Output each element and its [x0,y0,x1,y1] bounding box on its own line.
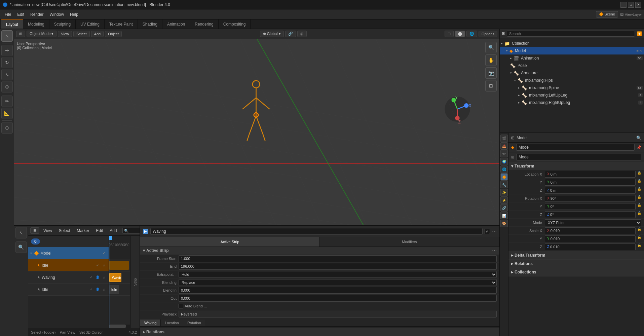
nla-marker-menu[interactable]: Marker [74,228,92,234]
frame-start-input[interactable] [179,255,497,262]
tool-annotate[interactable]: ✏ [1,96,13,107]
outliner-model[interactable]: ▾ ◆ Model 👁 ↖ [500,47,644,54]
outliner-spine[interactable]: ▸ 🦴 mixamorig:Spine 53 [500,84,644,91]
tab-active-strip[interactable]: Active Strip [140,237,320,247]
props-tab-render[interactable]: 🎬 [500,135,508,142]
tab-uv-editing[interactable]: UV Editing [76,20,105,29]
outliner-animation[interactable]: ▸ 🎬 Animation 53 [500,54,644,62]
viewport-zoom-btn[interactable]: 🔍 [485,42,497,53]
props-tab-world[interactable]: 🌐 [500,165,508,173]
props-tab-material[interactable]: 🎨 [500,220,508,227]
tab-shading[interactable]: Shading [138,20,162,29]
nla-editor-type[interactable]: ⊞ [30,227,39,234]
tab-sculpting[interactable]: Sculpting [49,20,76,29]
idle-star[interactable]: ☆ [101,263,107,268]
menu-edit[interactable]: Edit [14,11,27,17]
options-button[interactable]: Options [479,31,497,37]
idle2-star[interactable]: ☆ [101,287,107,292]
viewport-shading-wire[interactable]: ◻ [445,31,454,37]
outliner-hips[interactable]: ▾ 🦴 mixamorig:Hips [500,77,644,84]
proportional-edit[interactable]: ◎ [297,31,307,37]
outliner-search[interactable] [507,31,635,37]
auto-blend-checkbox-label[interactable]: Auto Blend ... [179,304,207,308]
nla-select-tool[interactable]: ↖ [15,227,27,238]
object-menu[interactable]: Object [105,31,122,37]
strip-check[interactable]: ✓ [485,229,490,234]
nla-add-menu[interactable]: Add [107,228,119,234]
nla-track-model[interactable]: ▾ 🔶 Model ✓ [28,247,109,259]
loc-z[interactable]: Z0 m [545,187,636,194]
tab-modifiers[interactable]: Modifiers [320,237,499,247]
loc-x[interactable]: X0 m [545,171,636,178]
snap-btn[interactable]: 🔗 [285,31,296,37]
outliner-leftupleg[interactable]: ▸ 🦴 mixamorig:LeftUpLeg 4 [500,91,644,99]
strip-sidebar-label[interactable]: Strip [133,278,137,286]
extrapolate-select[interactable]: Hold Nothing Hold Forward [179,271,497,278]
scrollbar-thumb[interactable] [109,325,126,328]
view-layer-selector[interactable]: 🖼 ViewLayer [620,12,642,16]
subtab-rotation[interactable]: Rotation [183,320,205,326]
scene-selector[interactable]: 🔶 Scene [596,11,618,17]
object-name-input[interactable] [516,144,635,151]
rotation-mode-select[interactable]: XYZ Euler XZY Euler Quaternion [545,219,641,226]
tab-texture-paint[interactable]: Texture Paint [105,20,138,29]
tool-rotate[interactable]: ↻ [1,57,13,68]
object-mode-selector[interactable]: Object Mode ▾ [27,31,56,37]
tool-select[interactable]: ↖ [1,30,13,42]
loc-z-lock[interactable]: 🔒 [637,187,641,194]
add-menu[interactable]: Add [91,31,104,37]
viewport-camera-btn[interactable]: 📷 [485,67,497,79]
collections-header[interactable]: ▸ Collections [508,268,644,276]
rot-x[interactable]: X90° [545,195,636,202]
strip-name-input[interactable] [150,228,483,235]
rot-z[interactable]: Z0° [545,211,636,218]
end-input[interactable] [179,263,497,270]
props-tab-modifiers[interactable]: 🔧 [500,181,508,188]
waving-strip[interactable]: Waving [109,273,122,282]
props-tab-scene[interactable]: 🌍 [500,158,508,165]
blend-out-input[interactable] [179,295,497,302]
idle-check[interactable]: ✓ [95,263,100,268]
tool-transform[interactable]: ⊕ [1,81,13,92]
subtab-location[interactable]: Location [161,320,183,326]
rot-y[interactable]: Y0° [545,203,636,210]
props-tab-output[interactable]: 📤 [500,142,508,150]
idle2-user[interactable]: 👤 [95,287,100,292]
tab-modeling[interactable]: Modeling [23,20,49,29]
object-label-input[interactable] [516,154,641,160]
tab-compositing[interactable]: Compositing [219,20,251,29]
frame-counter[interactable]: 0 [31,238,40,245]
viewport-grab-btn[interactable]: ✋ [485,54,497,66]
tab-animation[interactable]: Animation [162,20,190,29]
tab-layout[interactable]: Layout [1,20,23,29]
playhead[interactable] [110,236,110,247]
scale-z[interactable]: Z0.010 [545,244,636,250]
props-tab-physics[interactable]: ⚡ [500,196,508,204]
waving-star[interactable]: ☆ [101,275,107,280]
idle2-strip[interactable]: Idle [109,285,119,294]
viewport-shading-solid[interactable]: ⬤ [455,31,465,37]
relations-header[interactable]: ▸ Relations [508,260,644,268]
props-tab-object[interactable]: 🔶 [500,173,508,181]
close-button[interactable]: ✕ [635,2,641,8]
loc-y[interactable]: Y0 m [545,179,636,186]
subtab-waving[interactable]: Waving [140,320,161,326]
scale-y[interactable]: Y0.010 [545,235,636,242]
nla-search-input[interactable] [122,228,140,234]
outliner-filter[interactable]: 🔽 [637,31,642,36]
loc-x-lock[interactable]: 🔒 [637,171,641,178]
transform-global[interactable]: ⊕ Global ▾ [260,31,284,37]
outliner-armature[interactable]: ▾ 🦴 Armature [500,69,644,77]
menu-window[interactable]: Window [47,11,67,17]
blending-select[interactable]: Replace Add Multiply [179,279,497,286]
waving-check[interactable]: ✓ [88,275,94,280]
menu-file[interactable]: File [2,11,14,17]
nla-timeline[interactable]: 0 50 100 150 200 250 [109,236,130,328]
scale-x[interactable]: X0.010 [545,227,636,234]
rot-y-lock[interactable]: 🔒 [637,203,641,210]
auto-blend-cb[interactable] [179,304,183,308]
delta-transform-header[interactable]: ▸ Delta Transform [508,251,644,259]
nla-select-menu[interactable]: Select [56,228,73,234]
strip-dot-menu[interactable]: ⋯ [492,229,497,234]
nla-track-waving[interactable]: ★ Waving ✓ 👤 ☆ [28,271,109,284]
